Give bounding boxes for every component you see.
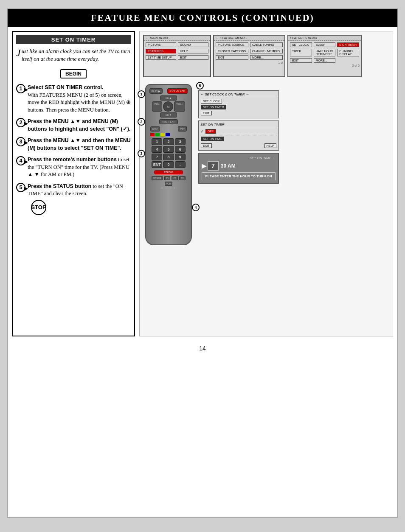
remote-timer-row: TIMER EXIT xyxy=(148,119,189,124)
osd-exit-btn: EXIT xyxy=(201,111,212,115)
feat-closed-captions: CLOSED CAPTIONS xyxy=(216,49,248,53)
remote-4[interactable]: 4 xyxy=(152,146,162,153)
fsub-set-clock: SET CLOCK xyxy=(290,42,312,47)
remote-status-btn[interactable]: STATUS EXIT xyxy=(167,88,188,94)
step-4: 4 ▶ Press the remote's number buttons to… xyxy=(16,156,131,179)
arrow-pointer-icon: ▶ xyxy=(202,162,206,169)
remote-0[interactable]: 0 xyxy=(163,161,174,168)
osd-help-btn: HELP xyxy=(264,143,276,148)
stop-button: STOP xyxy=(31,200,46,215)
remote-green-btn[interactable] xyxy=(155,133,160,136)
feat-exit: EXIT xyxy=(216,55,248,60)
osd-exit-help-row: EXIT HELP xyxy=(200,143,277,148)
page: Feature Menu Controls (Continued) SET ON… xyxy=(7,8,398,518)
menu-features: FEATURES xyxy=(146,49,176,53)
remote-yellow-btn[interactable] xyxy=(160,133,165,136)
osd-divider xyxy=(200,135,277,135)
remote-vcr-mode[interactable]: VCR xyxy=(165,182,173,186)
features-sub-label: FEATURES MENU ← xyxy=(288,36,361,41)
on-timer-off-btn: OFF xyxy=(205,129,216,134)
set-clock-osd: ← SET CLOCK & ON TIMER ← SET CLOCK SET O… xyxy=(198,90,279,118)
remote-ch-down[interactable]: CH▼ xyxy=(160,112,177,118)
feat-cable-tuning: CABLE TUNING xyxy=(250,42,283,47)
osd-set-on-timer-btn: SET ON TIMER xyxy=(201,105,226,109)
remote-aux-mode[interactable]: TV xyxy=(179,176,185,180)
set-on-timer-osd-title: SET ON TIMER xyxy=(200,123,277,127)
step-5-arrow: ▶ xyxy=(24,185,28,192)
set-on-timer-header: SET ON TIMER xyxy=(16,35,131,44)
step-4-arrow: ▶ xyxy=(24,158,28,165)
features-sub-inner: SET CLOCK SLEEP E ON TIMER TIMER HALF HO… xyxy=(288,41,361,68)
features-sub-screen: FEATURES MENU ← SET CLOCK SLEEP E ON TIM… xyxy=(287,35,362,77)
time-display: 7 xyxy=(208,161,219,171)
remote-play-btn[interactable]: PLAY ▶ xyxy=(149,88,163,94)
diagram-step-2: 2 xyxy=(138,118,145,126)
remote-tv-mode[interactable]: TV xyxy=(164,176,170,180)
fsub-sleep: SLEEP xyxy=(314,42,336,47)
remote-menu-m[interactable]: M xyxy=(163,101,173,112)
begin-wrap: BEGIN xyxy=(16,67,131,81)
remote-9[interactable]: 9 xyxy=(175,154,186,160)
right-panel: ← MAIN MENU ← PICTURE SOUND FEATURES HEL… xyxy=(139,31,393,336)
step-4-title: Press the remote's number buttons xyxy=(28,157,117,162)
diagram-step-1: 1 xyxy=(138,90,145,98)
remote-3[interactable]: 3 xyxy=(175,138,186,145)
diagram-step-5: 5 xyxy=(196,82,204,90)
fsub-channel-display: CHANNEL DISPLAY xyxy=(337,49,359,56)
remote-blue-btn[interactable] xyxy=(166,133,170,136)
step-1-content: Select SET ON TIMER control. With FEATUR… xyxy=(28,84,131,114)
begin-button: BEGIN xyxy=(60,69,87,78)
step-3-arrow: ▶ xyxy=(24,139,28,146)
remote-7[interactable]: 7 xyxy=(152,154,162,160)
remote-mid-row: VOL- M VOL+ xyxy=(152,101,185,112)
remote-vol-down[interactable]: VOL- xyxy=(152,101,162,112)
fsub-timer: TIMER xyxy=(290,49,312,56)
step-2-title: Press the MENU ▲▼ and MENU (M) buttons t… xyxy=(28,118,130,132)
remote-color-row xyxy=(150,133,187,136)
step-1-title: Select SET ON TIMER control. xyxy=(28,84,104,90)
main-menu-label: ← MAIN MENU ← xyxy=(144,36,210,41)
remote-enter[interactable]: ENT xyxy=(152,161,162,168)
osd-set-on-timer-row: SET ON TIMER xyxy=(200,104,277,110)
main-menu-inner: PICTURE SOUND FEATURES HELP 1ST TIME SET… xyxy=(144,41,210,62)
page-title: Feature Menu Controls (Continued) xyxy=(91,12,314,23)
set-clock-osd-title: ← SET CLOCK & ON TIMER ← xyxy=(200,92,277,97)
fsub-on-timer: E ON TIMER xyxy=(337,42,359,47)
remote-cable-mode[interactable]: CB xyxy=(172,176,178,180)
osd-set-on-time-btn: SET ON TIME xyxy=(201,137,224,141)
remote-1[interactable]: 1 xyxy=(152,138,162,145)
remote-status-area: STATUS xyxy=(150,170,187,174)
osd-set-clock-row: SET CLOCK xyxy=(200,98,277,104)
remote-timer-btn[interactable]: TIMER EXIT xyxy=(159,119,178,124)
remote-2[interactable]: 2 xyxy=(163,138,174,145)
remote-epay-btn[interactable]: EPAY xyxy=(150,126,160,132)
remote-power[interactable]: POWER xyxy=(152,176,163,180)
step-4-content: Press the remote's number buttons to set… xyxy=(28,156,131,179)
step-2: 2 ▶ Press the MENU ▲▼ and MENU (M) butto… xyxy=(16,118,131,133)
remote-8[interactable]: 8 xyxy=(163,154,174,160)
menu-help: HELP xyxy=(178,49,208,53)
remote-dot[interactable]: . xyxy=(175,161,186,168)
step-2-content: Press the MENU ▲▼ and MENU (M) buttons t… xyxy=(28,118,131,133)
remote-vol-up[interactable]: VOL+ xyxy=(174,101,185,112)
step-5: 5 ▶ Press the STATUS button to set the "… xyxy=(16,183,131,215)
remote-pip-btn[interactable]: PIP xyxy=(178,126,187,132)
remote-6[interactable]: 6 xyxy=(175,146,186,153)
checkmark-icon: ✓ xyxy=(200,129,204,134)
intro-body: ust like an alarm clock you can set the … xyxy=(22,48,130,62)
fsub-exit: EXIT xyxy=(290,58,312,63)
remote-numpad: 1 2 3 4 5 6 7 8 9 ENT 0 . xyxy=(152,138,186,168)
remote-5[interactable]: 5 xyxy=(163,146,174,153)
content-area: SET ON TIMER J ust like an alarm clock y… xyxy=(8,27,397,341)
remote-ch-up[interactable]: CH▲ xyxy=(160,95,177,101)
remote-status-main[interactable]: STATUS xyxy=(154,170,183,174)
step-1-arrow: ▶ xyxy=(24,86,28,93)
osd-set-clock-btn: SET CLOCK xyxy=(201,99,222,104)
remote-mode-label: M O D E xyxy=(148,187,189,189)
remote-bottom-row: POWER TV CB TV VCR xyxy=(148,176,189,186)
osd-timer-exit-btn: EXIT xyxy=(201,143,212,148)
remote-red-btn[interactable] xyxy=(150,133,155,136)
step-2-arrow: ▶ xyxy=(24,120,28,127)
osd-exit-row: EXIT xyxy=(200,110,277,116)
bottom-osd-message: PLEASE ENTER THE HOUR TO TURN ON xyxy=(202,172,276,180)
